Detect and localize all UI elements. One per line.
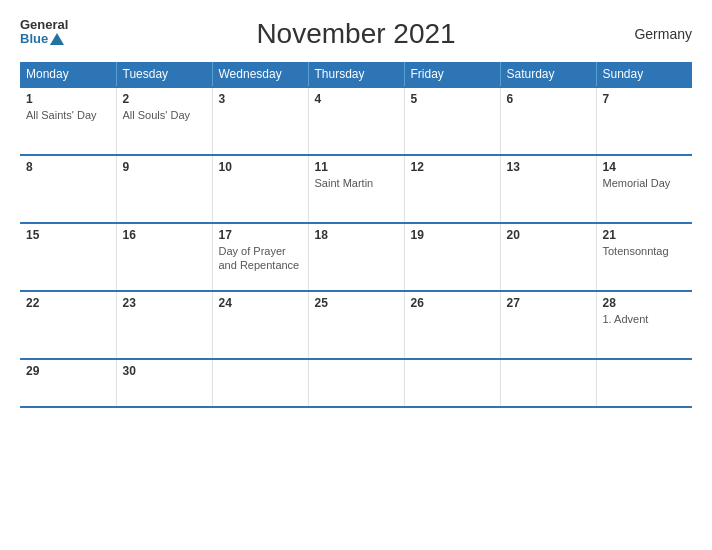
calendar-week-row: 1All Saints' Day2All Souls' Day34567: [20, 87, 692, 155]
calendar-day-cell: 24: [212, 291, 308, 359]
calendar-day-cell: 22: [20, 291, 116, 359]
day-number: 17: [219, 228, 302, 242]
calendar-day-cell: 5: [404, 87, 500, 155]
day-number: 3: [219, 92, 302, 106]
day-number: 22: [26, 296, 110, 310]
day-number: 5: [411, 92, 494, 106]
day-number: 30: [123, 364, 206, 378]
day-number: 13: [507, 160, 590, 174]
day-event-label: Memorial Day: [603, 177, 671, 189]
calendar-day-cell: 23: [116, 291, 212, 359]
col-monday: Monday: [20, 62, 116, 87]
calendar-day-cell: 3: [212, 87, 308, 155]
calendar-day-cell: 21Totensonntag: [596, 223, 692, 291]
col-sunday: Sunday: [596, 62, 692, 87]
day-number: 14: [603, 160, 687, 174]
calendar-day-cell: 8: [20, 155, 116, 223]
col-friday: Friday: [404, 62, 500, 87]
calendar-day-cell: 16: [116, 223, 212, 291]
calendar-day-cell: 18: [308, 223, 404, 291]
day-number: 8: [26, 160, 110, 174]
day-number: 28: [603, 296, 687, 310]
day-event-label: 1. Advent: [603, 313, 649, 325]
day-number: 19: [411, 228, 494, 242]
col-thursday: Thursday: [308, 62, 404, 87]
day-number: 9: [123, 160, 206, 174]
calendar-day-cell: 9: [116, 155, 212, 223]
day-number: 24: [219, 296, 302, 310]
day-event-label: All Saints' Day: [26, 109, 97, 121]
calendar-day-cell: 27: [500, 291, 596, 359]
day-event-label: Day of Prayer and Repentance: [219, 245, 300, 271]
calendar-day-cell: 17Day of Prayer and Repentance: [212, 223, 308, 291]
day-number: 12: [411, 160, 494, 174]
day-number: 7: [603, 92, 687, 106]
day-number: 1: [26, 92, 110, 106]
logo-blue-text: Blue: [20, 32, 68, 46]
col-tuesday: Tuesday: [116, 62, 212, 87]
calendar-day-cell: 11Saint Martin: [308, 155, 404, 223]
calendar-day-cell: 13: [500, 155, 596, 223]
day-number: 15: [26, 228, 110, 242]
day-number: 23: [123, 296, 206, 310]
calendar-week-row: 222324252627281. Advent: [20, 291, 692, 359]
calendar-day-cell: 20: [500, 223, 596, 291]
calendar-week-row: 151617Day of Prayer and Repentance181920…: [20, 223, 692, 291]
day-number: 20: [507, 228, 590, 242]
day-number: 18: [315, 228, 398, 242]
day-event-label: Saint Martin: [315, 177, 374, 189]
calendar-day-cell: 2All Souls' Day: [116, 87, 212, 155]
day-number: 10: [219, 160, 302, 174]
calendar-day-cell: 281. Advent: [596, 291, 692, 359]
calendar-day-cell: 10: [212, 155, 308, 223]
day-number: 4: [315, 92, 398, 106]
day-event-label: All Souls' Day: [123, 109, 191, 121]
calendar-day-cell: 1All Saints' Day: [20, 87, 116, 155]
calendar-title: November 2021: [256, 18, 455, 50]
calendar-day-cell: [308, 359, 404, 407]
col-wednesday: Wednesday: [212, 62, 308, 87]
calendar-day-cell: 30: [116, 359, 212, 407]
calendar-table: Monday Tuesday Wednesday Thursday Friday…: [20, 62, 692, 408]
day-number: 26: [411, 296, 494, 310]
calendar-day-cell: 19: [404, 223, 500, 291]
calendar-day-cell: [596, 359, 692, 407]
calendar-day-cell: [212, 359, 308, 407]
calendar-day-cell: 29: [20, 359, 116, 407]
logo-triangle-icon: [50, 33, 64, 45]
calendar-day-cell: 15: [20, 223, 116, 291]
calendar-day-cell: [500, 359, 596, 407]
calendar-week-row: 891011Saint Martin121314Memorial Day: [20, 155, 692, 223]
day-number: 16: [123, 228, 206, 242]
calendar-day-cell: 26: [404, 291, 500, 359]
calendar-day-cell: 4: [308, 87, 404, 155]
day-number: 25: [315, 296, 398, 310]
weekday-header-row: Monday Tuesday Wednesday Thursday Friday…: [20, 62, 692, 87]
day-event-label: Totensonntag: [603, 245, 669, 257]
calendar-week-row: 2930: [20, 359, 692, 407]
col-saturday: Saturday: [500, 62, 596, 87]
calendar-page: General Blue November 2021 Germany Monda…: [0, 0, 712, 550]
country-label: Germany: [634, 26, 692, 42]
calendar-day-cell: 6: [500, 87, 596, 155]
day-number: 2: [123, 92, 206, 106]
day-number: 21: [603, 228, 687, 242]
calendar-day-cell: 7: [596, 87, 692, 155]
calendar-day-cell: 25: [308, 291, 404, 359]
day-number: 11: [315, 160, 398, 174]
logo-general-text: General: [20, 18, 68, 32]
calendar-day-cell: 14Memorial Day: [596, 155, 692, 223]
day-number: 27: [507, 296, 590, 310]
day-number: 29: [26, 364, 110, 378]
calendar-header: General Blue November 2021 Germany: [20, 18, 692, 50]
calendar-day-cell: [404, 359, 500, 407]
logo: General Blue: [20, 18, 68, 47]
day-number: 6: [507, 92, 590, 106]
calendar-day-cell: 12: [404, 155, 500, 223]
